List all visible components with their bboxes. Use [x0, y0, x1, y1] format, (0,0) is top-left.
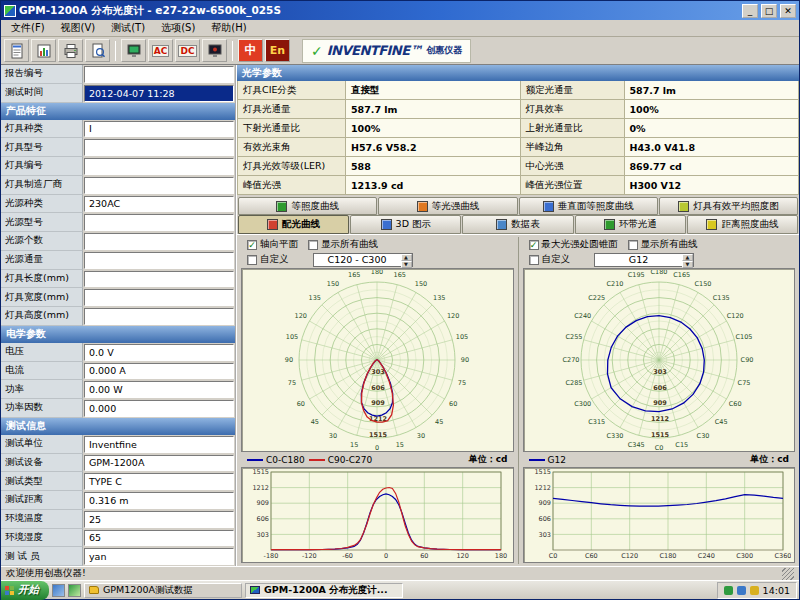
svg-text:45: 45 — [435, 418, 443, 426]
chart-board-button[interactable] — [31, 39, 56, 62]
tab-distance-illuminance[interactable]: 距离照度曲线 — [687, 215, 798, 234]
field-label: 灯具型号 — [1, 138, 83, 157]
checkbox-option[interactable]: ✓轴向平面 — [247, 238, 298, 251]
report-icon — [9, 43, 25, 59]
menu-bar: 文件(F)视图(V)测试(T)选项(S)帮助(H) — [1, 20, 799, 37]
quick-launch-icon-2[interactable] — [68, 584, 81, 597]
field-value[interactable]: yan — [84, 548, 234, 565]
section-header: 测试信息 — [1, 418, 235, 435]
tray-icon-3[interactable] — [750, 586, 759, 595]
close-button[interactable]: ✕ — [780, 4, 796, 18]
checkbox-option[interactable]: 自定义 — [247, 253, 289, 266]
print-button[interactable] — [58, 39, 83, 62]
resize-grip[interactable] — [782, 568, 794, 580]
tab-zonal-flux[interactable]: 环带光通 — [575, 215, 686, 234]
optical-value: 直接型 — [346, 81, 521, 100]
test-screen-button[interactable] — [121, 39, 146, 62]
quick-launch-icon-1[interactable] — [52, 584, 65, 597]
checkbox-box — [308, 240, 318, 250]
field-value[interactable]: TYPE C — [84, 473, 234, 490]
field-value[interactable] — [84, 214, 234, 231]
field-label: 测试设备 — [1, 454, 83, 473]
ac-test-button[interactable]: AC — [148, 39, 173, 62]
field-value[interactable]: 65 — [84, 530, 234, 547]
tab-light-distribution[interactable]: 配光曲线 — [238, 215, 349, 234]
field-row: 电流0.000 A — [1, 362, 235, 381]
field-value[interactable]: 0.316 m — [84, 492, 234, 509]
field-value[interactable]: 0.0 V — [84, 344, 234, 361]
svg-text:60: 60 — [449, 400, 457, 408]
minimize-button[interactable]: _ — [742, 4, 758, 18]
plane-select-dropdown[interactable]: C120 - C300▲▼ — [313, 253, 413, 267]
tab-three-d-view[interactable]: 3D 图示 — [350, 215, 461, 234]
tab-vertical-iso-illuminance[interactable]: 垂直面等照度曲线 — [519, 197, 658, 215]
field-value[interactable] — [84, 158, 234, 175]
menu-item[interactable]: 测试(T) — [103, 20, 153, 36]
tray-icon-1[interactable] — [724, 586, 733, 595]
field-value[interactable]: GPM-1200A — [84, 455, 234, 472]
taskbar-task[interactable]: GPM1200A测试数据 — [84, 583, 242, 598]
chinese-language-button[interactable]: 中 — [238, 39, 263, 62]
svg-text:0: 0 — [384, 552, 388, 560]
tab-iso-intensity[interactable]: 等光强曲线 — [378, 197, 517, 215]
svg-text:C300: C300 — [736, 552, 753, 560]
english-language-button[interactable]: En — [265, 39, 290, 62]
field-value[interactable] — [84, 308, 234, 325]
spinner-down-icon[interactable]: ▼ — [682, 261, 693, 268]
menu-item[interactable]: 文件(F) — [3, 20, 53, 36]
field-value[interactable]: 0.000 A — [84, 363, 234, 380]
checkbox-option[interactable]: 显示所有曲线 — [628, 238, 698, 251]
svg-text:C0: C0 — [548, 552, 557, 560]
checkbox-option[interactable]: 显示所有曲线 — [308, 238, 378, 251]
taskbar-task[interactable]: GPM-1200A 分布光度计... — [245, 583, 403, 598]
tab-label: 距离照度曲线 — [721, 218, 778, 231]
tab-iso-illuminance[interactable]: 等照度曲线 — [238, 197, 377, 215]
tab-data-table[interactable]: 数据表 — [462, 215, 573, 234]
spinner-up-icon[interactable]: ▲ — [682, 254, 693, 261]
checkbox-option[interactable]: 自定义 — [529, 253, 571, 266]
optical-value: 587.7 lm — [625, 81, 800, 100]
field-value[interactable] — [84, 289, 234, 306]
field-value[interactable] — [84, 139, 234, 156]
start-button[interactable]: 开始 — [1, 581, 49, 600]
field-value[interactable] — [84, 271, 234, 288]
svg-text:90: 90 — [461, 356, 469, 364]
title-bar[interactable]: GPM-1200A 分布光度计 - e27-22w-6500k_025S _ □… — [1, 1, 799, 20]
dropdown-spinner[interactable]: ▲▼ — [682, 254, 693, 266]
report-button[interactable] — [4, 39, 29, 62]
tray-icon-2[interactable] — [737, 586, 746, 595]
field-value[interactable] — [84, 177, 234, 194]
plane-select-dropdown[interactable]: G12▲▼ — [594, 253, 694, 267]
menu-item[interactable]: 视图(V) — [53, 20, 104, 36]
field-value[interactable]: 0.000 — [84, 400, 234, 417]
checkbox-option[interactable]: ✓最大光强处圆锥面 — [529, 238, 618, 251]
menu-item[interactable]: 帮助(H) — [203, 20, 254, 36]
field-value[interactable]: 2012-04-07 11:28 — [84, 85, 234, 102]
average-illuminance-icon — [678, 201, 689, 212]
field-value[interactable]: I — [84, 121, 234, 138]
field-value[interactable]: 0.00 W — [84, 381, 234, 398]
spinner-down-icon[interactable]: ▼ — [401, 261, 412, 268]
dark-screen-button[interactable] — [202, 39, 227, 62]
menu-item[interactable]: 选项(S) — [153, 20, 203, 36]
field-row: 功率因数0.000 — [1, 399, 235, 418]
field-label: 环境湿度 — [1, 529, 83, 548]
field-value[interactable]: 230AC — [84, 196, 234, 213]
start-label: 开始 — [18, 583, 39, 597]
legend-item: G12 — [529, 455, 566, 465]
c-plane-legend: C0-C180C90-C270单位：cd — [239, 453, 516, 466]
dc-test-button[interactable]: DC — [175, 39, 200, 62]
field-value[interactable] — [84, 252, 234, 269]
tab-average-illuminance[interactable]: 灯具有效平均照度图 — [659, 197, 798, 215]
field-value[interactable]: 25 — [84, 511, 234, 528]
print-preview-button[interactable] — [85, 39, 110, 62]
svg-text:30: 30 — [417, 432, 425, 440]
task-buttons: GPM1200A测试数据GPM-1200A 分布光度计... — [84, 583, 714, 598]
maximize-button[interactable]: □ — [761, 4, 777, 18]
dropdown-spinner[interactable]: ▲▼ — [401, 254, 412, 266]
spinner-up-icon[interactable]: ▲ — [401, 254, 412, 261]
field-value[interactable] — [84, 233, 234, 250]
field-value[interactable]: Inventfine — [84, 436, 234, 453]
field-value[interactable] — [84, 66, 234, 83]
svg-text:303: 303 — [257, 531, 269, 539]
